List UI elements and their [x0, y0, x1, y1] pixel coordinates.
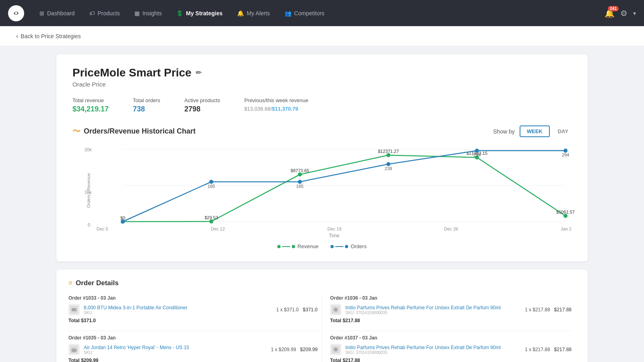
order-1037-info: Initio Parfums Prives Rehab Perfume For … — [345, 345, 521, 355]
y-tick-0: 0 — [88, 222, 90, 227]
order-1037-header: Order #1037 - 03 Jan — [330, 335, 572, 341]
nav-item-insights[interactable]: ▦ Insights — [127, 0, 169, 26]
main-content: PriceMole Smart Price ✏ Oracle Price Tot… — [40, 46, 604, 362]
order-1035-qty: 1 x $209.99 — [271, 347, 296, 352]
strategy-title-row: PriceMole Smart Price ✏ — [72, 66, 572, 79]
order-1037-thumb — [330, 344, 341, 355]
order-1033-thumb — [68, 304, 80, 315]
order-1035-sku: SKU: — [84, 350, 267, 355]
total-orders-label: Total orders — [133, 97, 160, 103]
svg-point-1 — [15, 12, 17, 14]
back-to-strategies-link[interactable]: ‹ Back to Price Strategies — [16, 33, 81, 40]
nav-item-my-strategies[interactable]: 💲 My Strategies — [169, 0, 230, 26]
order-1036-header: Order #1036 - 03 Jan — [330, 295, 572, 301]
svg-text:$1061.57: $1061.57 — [556, 210, 575, 214]
order-1036-sku: SKU: 37014159000035 — [345, 311, 521, 315]
revenue-legend-label: Revenue — [297, 243, 318, 249]
x-label-dec19: Dec 19 — [327, 226, 341, 231]
order-group-1033: Order #1033 - 03 Jan 8,000 BTU Midea 3-i… — [68, 295, 318, 323]
svg-point-18 — [209, 180, 213, 184]
order-1035-price: $209.99 — [300, 347, 318, 352]
nav-item-products[interactable]: 🏷 Products — [82, 0, 127, 26]
revenue-legend-line — [282, 246, 290, 247]
revenue-legend-dot — [277, 245, 281, 248]
logo — [8, 5, 24, 21]
show-by-group: Show by WEEK DAY — [493, 125, 572, 137]
svg-text:165: 165 — [208, 184, 215, 189]
tag-icon: 🏷 — [89, 10, 95, 16]
order-1033-name[interactable]: 8,000 BTU Midea 3-in-1 Portable Air Cond… — [84, 305, 272, 311]
order-1035-item-row: Air Jordan 14 Retro 'Hyper Royal' - Mens… — [68, 344, 318, 355]
chevron-down-icon[interactable]: ▾ — [633, 10, 636, 16]
svg-point-34 — [334, 308, 338, 312]
order-details-card: ≡ Order Details Order #1033 - 03 Jan 8,0… — [56, 269, 588, 362]
nav-item-dashboard[interactable]: ⊞ Dashboard — [32, 0, 82, 26]
orders-left-col: Order #1033 - 03 Jan 8,000 BTU Midea 3-i… — [68, 295, 322, 362]
svg-text:$12371.27: $12371.27 — [378, 149, 399, 154]
order-1037-total: Total $217.88 — [330, 358, 572, 362]
nav-right: 🔔 241 ⚙ ▾ — [605, 8, 636, 18]
active-products-label: Active products — [184, 97, 220, 103]
chart-svg: $0 $29.53 $8773.65 $12371.27 $11983.15 $… — [97, 145, 592, 226]
svg-point-19 — [298, 180, 302, 184]
settings-icon[interactable]: ⚙ — [620, 8, 627, 18]
orders-legend-line — [335, 246, 343, 247]
active-products-value: 2798 — [184, 105, 220, 113]
chart-trend-icon: 〜 — [72, 126, 80, 137]
chart-title: 〜 Orders/Revenue Historical Chart — [72, 126, 196, 137]
order-details-title: ≡ Order Details — [68, 279, 576, 287]
svg-point-36 — [334, 348, 338, 352]
order-details-icon: ≡ — [68, 279, 72, 287]
order-1037-qty: 1 x $217.88 — [525, 347, 550, 352]
x-label-dec5: Dec 5 — [97, 226, 108, 231]
btn-day[interactable]: DAY — [555, 126, 572, 136]
nav-item-my-alerts[interactable]: 🔔 My Alerts — [230, 0, 277, 26]
nav-item-competitors[interactable]: 👥 Competitors — [277, 0, 332, 26]
x-axis-labels: Dec 5 Dec 12 Dec 19 Dec 26 Jan 2 — [97, 226, 572, 231]
svg-text:294: 294 — [473, 152, 481, 157]
total-revenue-label: Total revenue — [72, 97, 109, 103]
alerts-icon: 🔔 — [237, 10, 244, 16]
chart-legend: Revenue Orders — [72, 243, 572, 249]
curr-revenue-text: $11,370.79 — [272, 106, 298, 112]
order-1035-info: Air Jordan 14 Retro 'Hyper Royal' - Mens… — [84, 345, 267, 355]
orders-grid: Order #1033 - 03 Jan 8,000 BTU Midea 3-i… — [68, 295, 576, 362]
x-axis-title: Time — [97, 233, 572, 239]
btn-week[interactable]: WEEK — [520, 125, 550, 137]
svg-text:165: 165 — [296, 184, 303, 189]
svg-rect-30 — [72, 308, 76, 311]
edit-icon[interactable]: ✏ — [196, 68, 202, 77]
order-1037-name[interactable]: Initio Parfums Prives Rehab Perfume For … — [345, 345, 521, 350]
x-label-jan2: Jan 2 — [561, 226, 572, 231]
order-1037-price: $217.88 — [554, 347, 572, 352]
strategy-title-text: PriceMole Smart Price — [72, 66, 192, 79]
x-label-dec12: Dec 12 — [211, 226, 225, 231]
chart-header: 〜 Orders/Revenue Historical Chart Show b… — [72, 125, 572, 137]
svg-text:239: 239 — [385, 166, 392, 171]
stats-row: Total revenue $34,219.17 Total orders 73… — [72, 97, 572, 113]
order-1036-qty: 1 x $217.88 — [525, 307, 550, 313]
order-details-title-text: Order Details — [76, 279, 119, 287]
svg-point-17 — [121, 220, 125, 224]
breadcrumb-bar: ‹ Back to Price Strategies — [0, 26, 644, 46]
order-1036-info: Initio Parfums Prives Rehab Perfume For … — [345, 305, 521, 315]
svg-point-32 — [71, 348, 77, 352]
order-1033-info: 8,000 BTU Midea 3-in-1 Portable Air Cond… — [84, 305, 272, 315]
back-icon: ‹ — [16, 33, 18, 40]
order-1036-item-row: Initio Parfums Prives Rehab Perfume For … — [330, 304, 572, 315]
order-1036-price: $217.88 — [554, 307, 572, 313]
insights-icon: ▦ — [134, 10, 140, 16]
order-1035-header: Order #1035 - 03 Jan — [68, 335, 318, 341]
prev-week-revenue-values: $13,036.68/$11,370.79 — [244, 106, 308, 112]
show-by-label: Show by — [493, 128, 515, 135]
stat-total-orders: Total orders 738 — [133, 97, 160, 113]
order-1035-name[interactable]: Air Jordan 14 Retro 'Hyper Royal' - Mens… — [84, 345, 267, 350]
stat-total-revenue: Total revenue $34,219.17 — [72, 97, 109, 113]
order-1037-sku: SKU: 37014159000035 — [345, 350, 521, 355]
order-1036-name[interactable]: Initio Parfums Prives Rehab Perfume For … — [345, 305, 521, 311]
total-orders-value: 738 — [133, 105, 160, 113]
notification-bell[interactable]: 🔔 241 — [605, 8, 615, 18]
order-1033-price: $371.0 — [303, 307, 318, 313]
chart-title-text: Orders/Revenue Historical Chart — [84, 127, 196, 136]
y-tick-10k: 10k — [85, 190, 92, 195]
